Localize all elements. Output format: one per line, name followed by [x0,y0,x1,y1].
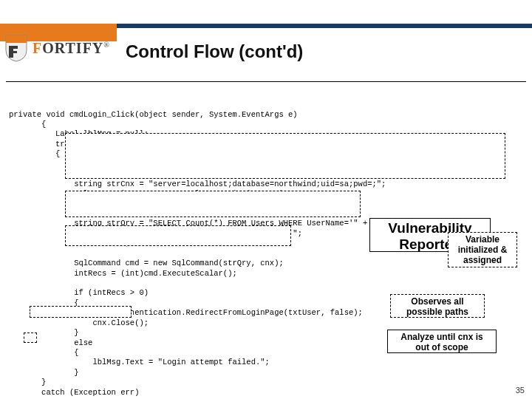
shield-icon [4,34,28,62]
slide-title: Control Flow (cont'd) [126,41,303,62]
callout-line: Analyze until cnx is [388,332,496,342]
callout-scope: Analyze until cnx is out of scope [387,330,497,353]
logo-wordmark: FORTIFY® [33,40,110,57]
callout-line: Observes all [391,296,484,307]
page-number: 35 [516,386,525,395]
callout-line: assigned [449,255,516,265]
callout-variable-assigned: Variable initialized & assigned [448,232,517,267]
title-underline [6,81,526,82]
callout-line: out of scope [388,342,496,352]
callout-line: Variable [449,234,516,245]
slide-header: FORTIFY® Control Flow (cont'd) [0,0,532,81]
fortify-logo: FORTIFY® [4,34,110,62]
callout-line: possible paths [391,307,484,317]
header-accent-navy [117,24,532,28]
callout-line: initialized & [449,245,516,255]
callout-observes-paths: Observes all possible paths [390,294,485,318]
code-listing: private void cmdLogin_Click(object sende… [9,110,523,400]
